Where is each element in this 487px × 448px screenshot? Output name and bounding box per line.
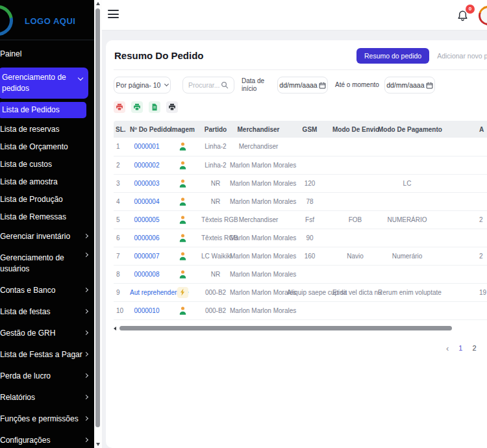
order-link[interactable]: 0000005 [134, 216, 160, 223]
date-end-input[interactable]: dd/mm/aaaa [384, 77, 435, 93]
column-header-modo-de-pagamento: Modo De Pagamento [378, 121, 436, 138]
sidebar-item-lista-de-orcamento[interactable]: Lista de Orçamento [0, 138, 94, 156]
sidebar-item-painel[interactable]: Painel [0, 45, 94, 63]
export-pdf-button[interactable] [114, 101, 125, 113]
sidebar-item-perda-de-lucro[interactable]: Perda de lucro [0, 366, 94, 387]
table-row: 80000008NRMarlon Marlon Morales [114, 265, 487, 283]
order-link[interactable]: 0000010 [134, 307, 160, 314]
sidebar-item-label: Gestão de GRH [0, 329, 55, 338]
table-row: 100000010000-B2Marlon Marlon Morales [114, 301, 487, 319]
sidebar-item-lista-de-remessas[interactable]: Lista de Remessas [0, 208, 94, 226]
card-header: Resumo Do Pedido Resumo do pedido Adicio… [114, 40, 487, 70]
main-area: 0 Resumo Do Pedido Resumo do pedido Adic… [102, 0, 487, 448]
sidebar-item-funcoes-e-permissoes[interactable]: Funções e permissões [0, 408, 94, 430]
notifications-button[interactable]: 0 [456, 8, 470, 24]
cell-imagem [164, 192, 201, 210]
cell-extra [436, 174, 487, 192]
search-input[interactable]: Procurar... [182, 77, 234, 93]
order-link[interactable]: 0000003 [134, 180, 160, 187]
cell-sl: 1 [114, 138, 130, 156]
sidebar-item-gerenciamento-de-usuarios[interactable]: Gerenciamento de usuários [0, 247, 94, 280]
column-header-sl: SL. [114, 121, 130, 138]
page-title: Resumo Do Pedido [114, 50, 204, 61]
horizontal-scrollbar-thumb[interactable] [119, 326, 452, 330]
file-icon [151, 103, 158, 111]
chevron-right-icon [84, 287, 88, 292]
sidebar-item-lista-de-reservas[interactable]: Lista de reservas [0, 121, 94, 138]
cell-pedido: 0000007 [130, 247, 164, 265]
person-avatar-icon [178, 251, 188, 261]
sidebar-item-lista-de-producao[interactable]: Lista de Produção [0, 191, 94, 208]
calendar-icon [426, 82, 433, 89]
sidebar-item-lista-de-amostra[interactable]: Lista de amostra [0, 173, 94, 191]
sidebar-scrollbar-thumb[interactable] [95, 8, 100, 427]
logo-text: LOGO AQUI [25, 16, 75, 26]
pagination-page-2[interactable]: 2 [472, 344, 476, 352]
sidebar-nav: PainelGerenciamento de pedidosLista de P… [0, 40, 94, 448]
order-link[interactable]: 0000004 [134, 198, 160, 205]
cell-extra [436, 138, 487, 156]
cell-imagem [164, 174, 201, 192]
cell-merchandiser: Marlon Marlon Morales [230, 192, 287, 210]
order-link[interactable]: 0000006 [134, 234, 160, 242]
sidebar-item-configuracoes[interactable]: Configurações [0, 430, 94, 448]
table-row: 20000002Linha-2Marlon Marlon Morales [114, 156, 487, 174]
cell-pedido: 0000005 [130, 210, 164, 229]
cell-merchandiser: Marlon Marlon Morales [230, 247, 287, 265]
tab-resumo-do-pedido[interactable]: Resumo do pedido [356, 48, 429, 64]
chevron-right-icon [84, 437, 88, 442]
sidebar-item-label: Lista de Orçamento [0, 142, 68, 151]
cell-pagamento [378, 138, 436, 156]
person-avatar-icon [178, 215, 188, 225]
table-body: 10000001Linha-2Merchandiser20000002Linha… [114, 138, 487, 319]
cell-extra: 19 [436, 283, 487, 301]
cell-merchandiser: Marlon Marlon Morales [230, 301, 287, 319]
per-page-label: Por página- 10 [116, 81, 161, 89]
cell-pagamento: LC [378, 174, 436, 192]
pagination-prev-button[interactable]: ‹ [446, 345, 449, 352]
cell-sl: 3 [114, 174, 130, 192]
hamburger-menu-icon[interactable] [108, 10, 119, 21]
cell-partido: Têxteis RGB [201, 210, 230, 229]
pagination-page-1[interactable]: 1 [458, 344, 462, 352]
print-button[interactable] [166, 101, 178, 113]
order-link[interactable]: 0000008 [134, 271, 160, 278]
cell-envio: Navio [332, 247, 378, 265]
order-link[interactable]: 0000002 [134, 162, 160, 169]
export-excel-button[interactable] [149, 101, 160, 113]
column-header-n-do-pedido: Nº Do Pedido [130, 121, 164, 138]
sidebar-item-gerenciamento-de-pedidos[interactable]: Gerenciamento de pedidos [0, 68, 88, 99]
per-page-select[interactable]: Por página- 10 [114, 77, 171, 93]
sidebar-item-lista-de-pedidos[interactable]: Lista de Pedidos [0, 102, 86, 118]
person-avatar-icon [178, 269, 188, 279]
export-csv-button[interactable] [131, 101, 143, 113]
scroll-left-arrow-icon[interactable] [114, 327, 116, 330]
cell-gsm: Aliquip saepe cupida [287, 283, 332, 301]
cell-merchandiser: Marlon Marlon Morales [230, 174, 287, 192]
sidebar-scrollbar[interactable] [94, 0, 102, 448]
scroll-down-arrow-icon[interactable] [96, 443, 100, 446]
sidebar-item-gerenciar-inventario[interactable]: Gerenciar inventário [0, 226, 94, 247]
date-start-input[interactable]: dd/mm/aaaa [277, 77, 328, 93]
sidebar-item-label: Lista de Pedidos [2, 105, 60, 114]
cell-merchandiser: Merchandiser [230, 210, 287, 229]
sidebar-item-gestao-de-grh[interactable]: Gestão de GRH [0, 323, 94, 344]
export-row [114, 101, 487, 113]
scroll-up-arrow-icon[interactable] [96, 2, 100, 5]
sidebar-item-lista-de-custos[interactable]: Lista de custos [0, 156, 94, 173]
column-header-merchandiser: Merchandiser [230, 121, 287, 138]
cell-sl: 8 [114, 265, 130, 283]
sidebar-item-contas-e-banco[interactable]: Contas e Banco [0, 280, 94, 301]
order-link[interactable]: 0000001 [134, 143, 160, 150]
sidebar-item-lista-de-festas[interactable]: Lista de festas [0, 301, 94, 323]
person-avatar-icon [178, 179, 188, 188]
cell-sl: 9 [114, 283, 130, 301]
order-link[interactable]: 0000007 [134, 253, 160, 260]
cell-envio [332, 229, 378, 247]
user-avatar[interactable] [479, 6, 487, 25]
tab-adicionar-novo-pedido[interactable]: Adicionar novo pedido [429, 48, 487, 64]
horizontal-scrollbar[interactable] [114, 326, 487, 331]
cell-extra [436, 301, 487, 319]
sidebar-item-lista-de-festas-a-pagar[interactable]: Lista de Festas a Pagar [0, 344, 94, 366]
sidebar-item-relatorios[interactable]: Relatórios [0, 387, 94, 408]
